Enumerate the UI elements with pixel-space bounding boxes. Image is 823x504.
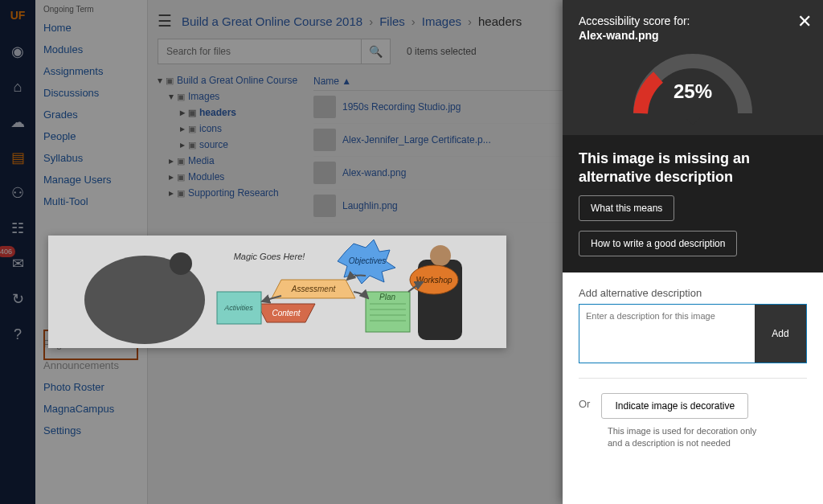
svg-text:Plan: Plan	[379, 293, 395, 301]
tree-modules[interactable]: ▸▣Modules	[158, 169, 310, 185]
nav-discussions[interactable]: Discussions	[35, 82, 147, 104]
nav-assignments[interactable]: Assignments	[35, 60, 147, 82]
file-thumb	[313, 129, 336, 151]
image-preview: Objectives Assessment Content Activities…	[48, 236, 506, 348]
courses-icon[interactable]: ▤	[5, 145, 31, 170]
chevron-right-icon: ›	[468, 14, 472, 28]
file-name: Laughlin.png	[342, 200, 398, 211]
indicate-decorative-button[interactable]: Indicate image is decorative	[601, 393, 748, 419]
nav-syllabus[interactable]: Syllabus	[35, 147, 147, 169]
score-label: Accessibility score for:	[579, 14, 807, 27]
file-thumb	[313, 162, 336, 184]
nav-multi-tool[interactable]: Multi-Tool	[35, 191, 147, 212]
selection-count: 0 items selected	[407, 46, 477, 57]
file-name: Alex-Jennifer_Large Certificate.p...	[342, 134, 491, 145]
svg-text:Assessment: Assessment	[291, 285, 337, 293]
search-input[interactable]	[158, 39, 361, 64]
global-nav-rail: UF ◉ ⌂ ☁ ▤ ⚇ ☷ ✉406 ↻ ?	[0, 0, 35, 504]
nav-modules[interactable]: Modules	[35, 39, 147, 60]
search-button[interactable]: 🔍	[361, 39, 390, 64]
close-button[interactable]: ✕	[797, 11, 812, 32]
uf-logo[interactable]: UF	[5, 3, 31, 29]
or-label: Or	[579, 393, 590, 410]
nav-photo-roster[interactable]: Photo Roster	[35, 376, 147, 398]
decorative-hint: This image is used for decoration only a…	[608, 425, 768, 450]
nav-grades[interactable]: Grades	[35, 104, 147, 125]
svg-point-2	[170, 252, 192, 275]
score-percent: 25%	[624, 80, 761, 103]
hamburger-icon[interactable]: ☰	[158, 11, 172, 31]
add-description-button[interactable]: Add	[755, 305, 806, 363]
score-gauge: 25%	[624, 53, 761, 117]
svg-text:Objectives: Objectives	[349, 256, 387, 265]
what-this-means-button[interactable]: What this means	[579, 195, 674, 221]
search-icon: 🔍	[369, 45, 383, 58]
ally-panel: ✕ Accessibility score for: Alex-wand.png…	[563, 0, 823, 504]
file-thumb	[313, 96, 336, 118]
help-icon[interactable]: ?	[5, 322, 31, 347]
commons-icon[interactable]: ↻	[5, 286, 31, 312]
tree-icons[interactable]: ▸▣icons	[158, 121, 310, 137]
nav-magnacampus[interactable]: MagnaCampus	[35, 398, 147, 420]
tree-root[interactable]: ▾▣Build a Great Online Course	[158, 72, 310, 88]
calendar-icon[interactable]: ☷	[5, 215, 31, 241]
search-box: 🔍	[158, 39, 391, 64]
inbox-icon[interactable]: ✉406	[5, 251, 31, 277]
inbox-badge: 406	[0, 246, 15, 257]
tree-headers[interactable]: ▸▣headers	[158, 104, 310, 121]
dashboard-icon[interactable]: ☁	[5, 109, 31, 135]
add-desc-label: Add alternative description	[579, 287, 807, 299]
file-name: Alex-wand.png	[342, 167, 406, 178]
score-filename: Alex-wand.png	[579, 29, 807, 42]
crumb-course[interactable]: Build a Great Online Course 2018	[182, 14, 362, 28]
svg-point-4	[430, 245, 451, 266]
sort-asc-icon: ▲	[342, 76, 351, 87]
chevron-right-icon: ›	[412, 14, 416, 28]
svg-text:Activities: Activities	[223, 304, 253, 312]
crumb-files[interactable]: Files	[379, 14, 405, 28]
file-thumb	[313, 195, 336, 217]
how-to-write-button[interactable]: How to write a good description	[579, 231, 737, 256]
nav-people[interactable]: People	[35, 125, 147, 147]
tree-source[interactable]: ▸▣source	[158, 137, 310, 153]
tree-images[interactable]: ▾▣Images	[158, 88, 310, 104]
svg-text:Content: Content	[272, 309, 301, 318]
nav-manage-users[interactable]: Manage Users	[35, 169, 147, 191]
alt-description-input[interactable]	[579, 305, 755, 363]
svg-text:Magic Goes Here!: Magic Goes Here!	[234, 252, 305, 261]
tree-supporting[interactable]: ▸▣Supporting Research	[158, 185, 310, 201]
nav-home[interactable]: Home	[35, 17, 147, 39]
crumb-current: headers	[478, 14, 522, 28]
groups-icon[interactable]: ⚇	[5, 180, 31, 206]
issue-title: This image is missing an alternative des…	[579, 150, 807, 186]
crumb-images[interactable]: Images	[422, 14, 461, 28]
tree-media[interactable]: ▸▣Media	[158, 153, 310, 169]
file-name: 1950s Recording Studio.jpg	[342, 101, 461, 113]
admin-icon[interactable]: ⌂	[5, 74, 31, 100]
chevron-right-icon: ›	[369, 14, 373, 28]
term-label: Ongoing Term	[35, 5, 147, 17]
nav-settings[interactable]: Settings	[35, 420, 147, 441]
account-icon[interactable]: ◉	[5, 39, 31, 64]
folder-tree: ▾▣Build a Great Online Course ▾▣Images ▸…	[158, 72, 310, 223]
